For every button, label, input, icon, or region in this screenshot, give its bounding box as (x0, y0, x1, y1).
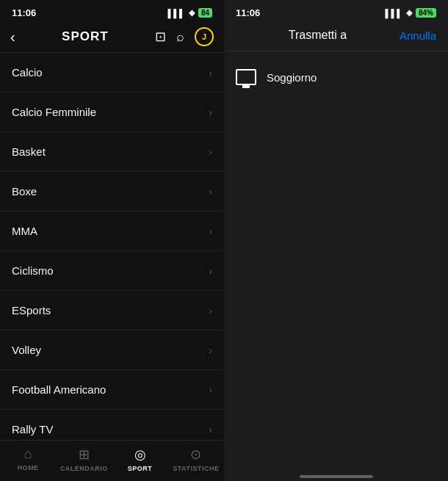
sport-list-item[interactable]: ESports› (0, 291, 224, 330)
sport-item-label: MMA (12, 225, 37, 237)
signal-icon-right: ▌▌▌ (386, 9, 402, 18)
time-left: 11:06 (12, 7, 36, 18)
sport-item-label: ESports (12, 304, 51, 317)
time-right: 11:06 (236, 7, 260, 18)
statistiche-tab-icon: ⊙ (190, 446, 201, 463)
status-bar-right: 11:06 ▌▌▌ ◈ 84% (224, 0, 448, 21)
status-bar-left: 11:06 ▌▌▌ ◈ 84 (0, 0, 224, 21)
avatar-button[interactable]: J (195, 27, 214, 46)
battery-badge-left: 84 (198, 8, 212, 18)
chevron-right-icon: › (209, 186, 212, 198)
device-name: Soggiorno (267, 71, 317, 84)
chevron-right-icon: › (209, 67, 212, 79)
left-panel: 11:06 ▌▌▌ ◈ 84 ‹ SPORT ⊡ ⌕ J Calcio›Calc… (0, 0, 224, 481)
chevron-right-icon: › (209, 146, 212, 158)
sport-list-item[interactable]: Basket› (0, 132, 224, 172)
cast-device-item[interactable]: Soggiorno (224, 59, 448, 95)
sport-list-item[interactable]: Calcio› (0, 53, 224, 93)
sport-list-item[interactable]: Football Americano› (0, 370, 224, 410)
chevron-right-icon: › (209, 384, 212, 396)
sport-list: Calcio›Calcio Femminile›Basket›Boxe›MMA›… (0, 53, 224, 440)
home-bar (300, 475, 373, 478)
tab-calendario[interactable]: ⊞ CALENDARIO (56, 446, 112, 472)
sport-list-item[interactable]: Calcio Femminile› (0, 93, 224, 132)
signal-icon: ▌▌▌ (167, 9, 184, 18)
chevron-right-icon: › (209, 424, 212, 435)
sport-tab-icon: ◎ (134, 446, 146, 463)
calendario-tab-label: CALENDARIO (60, 465, 108, 472)
tab-statistiche[interactable]: ⊙ STATISTICHE (168, 446, 224, 472)
sport-list-item[interactable]: Ciclismo› (0, 251, 224, 291)
tv-icon (236, 69, 256, 85)
sport-item-label: Ciclismo (12, 264, 54, 277)
cast-button[interactable]: ⊡ (155, 30, 166, 43)
sport-item-label: Football Americano (12, 383, 106, 396)
cast-header: Trasmetti a Annulla (224, 21, 448, 51)
sport-item-label: Calcio Femminile (12, 106, 96, 118)
sport-list-item[interactable]: MMA› (0, 211, 224, 251)
calendario-tab-icon: ⊞ (79, 446, 90, 463)
cancel-button[interactable]: Annulla (400, 29, 436, 42)
home-indicator (224, 469, 448, 481)
wifi-icon: ◈ (189, 8, 195, 18)
right-panel: 11:06 ▌▌▌ ◈ 84% Trasmetti a Annulla Sogg… (224, 0, 448, 481)
status-icons-right: ▌▌▌ ◈ 84% (386, 8, 436, 18)
sport-item-label: Basket (12, 145, 46, 158)
status-icons-left: ▌▌▌ ◈ 84 (167, 8, 212, 18)
tab-home[interactable]: ⌂ HOME (0, 446, 56, 472)
battery-right: 84% (416, 8, 436, 18)
header: ‹ SPORT ⊡ ⌕ J (0, 21, 224, 52)
chevron-right-icon: › (209, 344, 212, 356)
search-button[interactable]: ⌕ (176, 30, 184, 43)
chevron-right-icon: › (209, 265, 212, 277)
wifi-icon-right: ◈ (406, 8, 412, 18)
sport-tab-label: SPORT (128, 465, 153, 472)
sport-list-item[interactable]: Rally TV› (0, 410, 224, 440)
sport-item-label: Rally TV (12, 423, 53, 435)
back-button[interactable]: ‹ (10, 29, 15, 44)
header-icons: ⊡ ⌕ J (155, 27, 214, 46)
chevron-right-icon: › (209, 106, 212, 118)
cast-title: Trasmetti a (236, 29, 400, 42)
chevron-right-icon: › (209, 225, 212, 237)
sport-item-label: Boxe (12, 185, 37, 198)
sport-item-label: Volley (12, 344, 41, 356)
sport-item-label: Calcio (12, 66, 43, 79)
tab-bar: ⌂ HOME ⊞ CALENDARIO ◎ SPORT ⊙ STATISTICH… (0, 440, 224, 481)
sport-list-item[interactable]: Volley› (0, 330, 224, 370)
statistiche-tab-label: STATISTICHE (173, 465, 219, 472)
right-spacer (224, 103, 448, 469)
home-tab-icon: ⌂ (24, 446, 32, 462)
home-tab-label: HOME (18, 464, 39, 471)
sport-list-item[interactable]: Boxe› (0, 172, 224, 211)
page-title: SPORT (62, 29, 109, 44)
chevron-right-icon: › (209, 305, 212, 317)
tab-sport[interactable]: ◎ SPORT (112, 446, 168, 472)
cast-device-list: Soggiorno (224, 51, 448, 103)
